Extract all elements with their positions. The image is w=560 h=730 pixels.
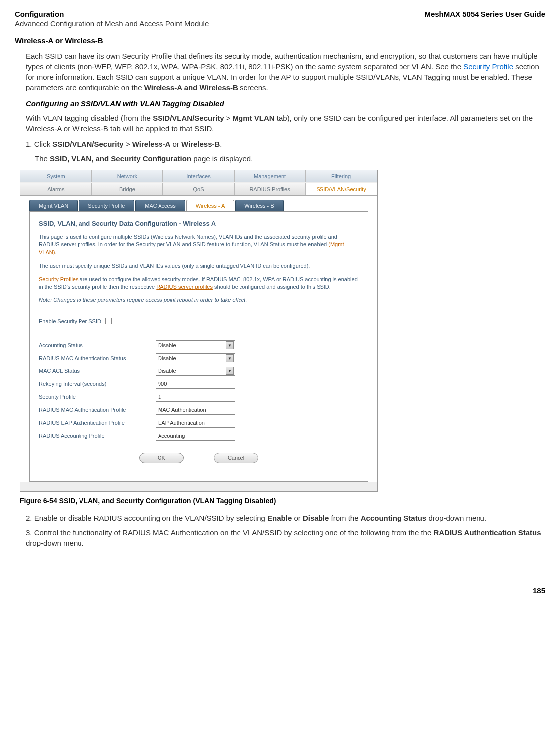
para2-bold1: SSID/VLAN/Security (153, 114, 224, 122)
step1-result-bold: SSID, VLAN, and Security Configuration (50, 154, 191, 163)
step1-result-end: page is displayed. (191, 154, 253, 163)
subtab-wireless-a[interactable]: Wireless - A (186, 200, 235, 212)
step3-b1: RADIUS Authentication Status (433, 528, 541, 537)
mac-acl-status-select[interactable]: Disable ▼ (156, 366, 235, 376)
rekeying-interval-row: Rekeying Interval (seconds) 900 (39, 379, 359, 389)
step-2: 2. Enable or disable RADIUS accounting o… (26, 513, 545, 523)
tab-ssid-vlan-security[interactable]: SSID/VLAN/Security (306, 183, 377, 195)
radius-mac-auth-profile-label: RADIUS MAC Authentication Profile (39, 407, 156, 413)
ok-button[interactable]: OK (139, 453, 184, 463)
enable-security-label: Enable Security Per SSID (39, 318, 101, 324)
security-profile-link[interactable]: Security Profile (463, 62, 513, 71)
panel-text1-pre: This page is used to configure multiple … (39, 234, 337, 247)
mac-acl-status-label: MAC ACL Status (39, 368, 156, 374)
step-1: 1. Click SSID/VLAN/Security > Wireless-A… (26, 139, 545, 149)
radius-eap-auth-profile-label: RADIUS EAP Authentication Profile (39, 420, 156, 426)
security-profiles-link[interactable]: Security Profiles (39, 276, 78, 282)
tab-filtering[interactable]: Filtering (306, 170, 377, 182)
step1-mid1: > (124, 140, 132, 148)
radius-mac-auth-status-label: RADIUS MAC Authentication Status (39, 355, 156, 361)
header-sub: Advanced Configuration of Mesh and Acces… (15, 19, 545, 28)
panel-text3-end: should be configured and assigned to thi… (213, 284, 331, 290)
accounting-status-value: Disable (158, 342, 176, 348)
tab-radius-profiles[interactable]: RADIUS Profiles (235, 183, 306, 195)
tab-alarms[interactable]: Alarms (20, 183, 92, 195)
subtab-security-profile[interactable]: Security Profile (79, 200, 134, 212)
security-profile-label: Security Profile (39, 394, 156, 400)
panel-text-3: Security Profiles are used to configure … (39, 276, 359, 291)
page-footer: 185 (15, 583, 545, 595)
step2-b1: Enable (267, 514, 292, 522)
radius-mac-auth-profile-row: RADIUS MAC Authentication Profile MAC Au… (39, 405, 359, 415)
subtab-mgmt-vlan[interactable]: Mgmt VLAN (29, 200, 78, 212)
security-profile-row: Security Profile 1 (39, 392, 359, 402)
radius-accounting-profile-input[interactable]: Accounting (156, 431, 235, 441)
step1-b2: Wireless-A (132, 140, 170, 148)
tab-system[interactable]: System (20, 170, 92, 182)
panel-title: SSID, VLAN, and Security Data Configurat… (39, 220, 359, 227)
radius-accounting-profile-row: RADIUS Accounting Profile Accounting (39, 431, 359, 441)
step-3: 3. Control the functionality of RADIUS M… (26, 527, 545, 548)
cancel-button[interactable]: Cancel (214, 453, 258, 463)
tab-management[interactable]: Management (235, 170, 306, 182)
tab-interfaces[interactable]: Interfaces (163, 170, 235, 182)
tab-bridge[interactable]: Bridge (92, 183, 163, 195)
security-profile-input[interactable]: 1 (156, 392, 235, 402)
para2-bold2: Mgmt VLAN (233, 114, 275, 122)
radius-server-profiles-link[interactable]: RADIUS server profiles (156, 284, 213, 290)
radius-mac-auth-status-select[interactable]: Disable ▼ (156, 353, 235, 363)
tab-qos[interactable]: QoS (163, 183, 235, 195)
chevron-down-icon: ▼ (226, 341, 234, 349)
figure-caption: Figure 6-54 SSID, VLAN, and Security Con… (20, 497, 545, 505)
radius-mac-auth-status-row: RADIUS MAC Authentication Status Disable… (39, 353, 359, 363)
para1-text3: screens. (238, 83, 268, 91)
mac-acl-status-row: MAC ACL Status Disable ▼ (39, 366, 359, 376)
radius-mac-auth-status-value: Disable (158, 355, 176, 361)
step2-b2: Disable (303, 514, 329, 522)
primary-tabs: System Network Interfaces Management Fil… (20, 170, 377, 182)
header-right: MeshMAX 5054 Series User Guide (424, 10, 545, 18)
para1-bold: Wireless-A and Wireless-B (144, 83, 238, 91)
panel-text-2: The user must specify unique SSIDs and V… (39, 262, 359, 270)
subtab-mac-access[interactable]: MAC Access (135, 200, 185, 212)
mac-acl-status-value: Disable (158, 368, 176, 374)
paragraph-2: With VLAN tagging disabled (from the SSI… (26, 113, 545, 134)
section-title: Wireless-A or Wireless-B (15, 36, 545, 45)
content-panel: SSID, VLAN, and Security Data Configurat… (29, 211, 368, 482)
step1-b1: SSID/VLAN/Security (52, 140, 123, 148)
sub-heading: Configuring an SSID/VLAN with VLAN Taggi… (26, 99, 545, 108)
header-divider (15, 30, 545, 30)
subtab-wireless-b[interactable]: Wireless - B (235, 200, 283, 212)
accounting-status-select[interactable]: Disable ▼ (156, 340, 235, 350)
sub-tabs: Mgmt VLAN Security Profile MAC Access Wi… (20, 196, 377, 212)
tab-network[interactable]: Network (92, 170, 163, 182)
para2-text1: With VLAN tagging disabled (from the (26, 114, 153, 122)
panel-text-1: This page is used to configure multiple … (39, 233, 359, 256)
chevron-down-icon: ▼ (226, 354, 234, 362)
panel-text1-end: . (55, 249, 56, 255)
enable-security-row: Enable Security Per SSID (39, 318, 359, 324)
radius-mac-auth-profile-input[interactable]: MAC Authentication (156, 405, 235, 415)
button-row: OK Cancel (39, 453, 359, 463)
step2-b3: Accounting Status (361, 514, 427, 522)
para1-text1: Each SSID can have its own Security Prof… (26, 52, 538, 71)
step2-mid1: or (292, 514, 303, 522)
step1-b3: Wireless-B (181, 140, 220, 148)
step3-num: 3. Control the functionality of RADIUS M… (26, 528, 433, 537)
radius-eap-auth-profile-row: RADIUS EAP Authentication Profile EAP Au… (39, 418, 359, 428)
step2-num: 2. Enable or disable RADIUS accounting o… (26, 514, 267, 522)
accounting-status-label: Accounting Status (39, 342, 156, 348)
radius-eap-auth-profile-input[interactable]: EAP Authentication (156, 418, 235, 428)
step-1-result: The SSID, VLAN, and Security Configurati… (35, 153, 545, 164)
radius-accounting-profile-label: RADIUS Accounting Profile (39, 433, 156, 439)
step1-num: 1. Click (26, 140, 52, 148)
config-screenshot: System Network Interfaces Management Fil… (20, 170, 378, 492)
secondary-tabs: Alarms Bridge QoS RADIUS Profiles SSID/V… (20, 183, 377, 196)
step3-end: drop-down menu. (26, 539, 84, 547)
step2-mid2: from the (329, 514, 360, 522)
enable-security-checkbox[interactable] (105, 318, 112, 324)
accounting-status-row: Accounting Status Disable ▼ (39, 340, 359, 350)
chevron-down-icon: ▼ (226, 367, 234, 375)
para2-mid: > (224, 114, 233, 122)
rekeying-interval-input[interactable]: 900 (156, 379, 235, 389)
